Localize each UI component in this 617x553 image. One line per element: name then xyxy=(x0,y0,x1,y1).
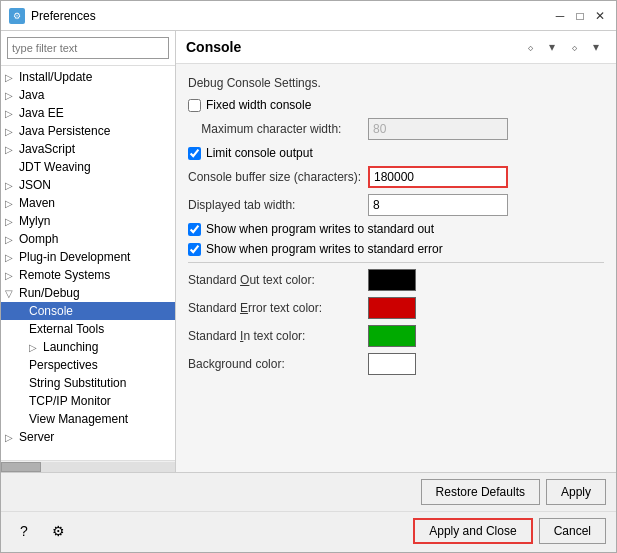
main-panel: Console ⬦ ▾ ⬦ ▾ Debug Console Settings. … xyxy=(176,31,616,472)
restore-defaults-button[interactable]: Restore Defaults xyxy=(421,479,540,505)
expand-arrow: ▽ xyxy=(5,288,19,299)
panel-header: Console ⬦ ▾ ⬦ ▾ xyxy=(176,31,616,64)
buffer-size-label: Console buffer size (characters): xyxy=(188,170,368,184)
std-in-color-row: Standard In text color: xyxy=(188,325,604,347)
sidebar-item-plugin-development[interactable]: ▷ Plug-in Development xyxy=(1,248,175,266)
std-err-color-row: Standard Error text color: xyxy=(188,297,604,319)
title-bar-left: ⚙ Preferences xyxy=(9,8,96,24)
limit-output-checkbox[interactable] xyxy=(188,147,201,160)
sidebar-item-java[interactable]: ▷ Java xyxy=(1,86,175,104)
sidebar-item-run-debug[interactable]: ▽ Run/Debug xyxy=(1,284,175,302)
sidebar-item-jdt-weaving[interactable]: ▷ JDT Weaving xyxy=(1,158,175,176)
section-title: Debug Console Settings. xyxy=(188,76,604,90)
bg-color-swatch[interactable] xyxy=(368,353,416,375)
separator xyxy=(188,262,604,263)
sidebar-item-java-ee[interactable]: ▷ Java EE xyxy=(1,104,175,122)
h-scroll-thumb[interactable] xyxy=(1,462,41,472)
nav-forward-button[interactable]: ⬦ xyxy=(564,37,584,57)
limit-output-row: Limit console output xyxy=(188,146,604,160)
tab-width-input[interactable] xyxy=(368,194,508,216)
sidebar-item-java-persistence[interactable]: ▷ Java Persistence xyxy=(1,122,175,140)
panel-title: Console xyxy=(186,39,241,55)
sidebar-item-remote-systems[interactable]: ▷ Remote Systems xyxy=(1,266,175,284)
apply-button[interactable]: Apply xyxy=(546,479,606,505)
std-in-color-swatch[interactable] xyxy=(368,325,416,347)
sidebar-item-console[interactable]: Console xyxy=(1,302,175,320)
expand-arrow: ▷ xyxy=(5,270,19,281)
nav-arrows: ⬦ ▾ ⬦ ▾ xyxy=(520,37,606,57)
std-in-label: Standard In text color: xyxy=(188,329,368,343)
settings-button[interactable]: ⚙ xyxy=(45,518,71,544)
window-title: Preferences xyxy=(31,9,96,23)
fixed-width-row: Fixed width console xyxy=(188,98,604,112)
expand-arrow: ▷ xyxy=(5,216,19,227)
minimize-button[interactable]: ─ xyxy=(552,8,568,24)
footer-top: Restore Defaults Apply xyxy=(1,473,616,511)
expand-arrow: ▷ xyxy=(5,144,19,155)
nav-dropdown-button[interactable]: ▾ xyxy=(542,37,562,57)
search-box xyxy=(1,31,175,66)
search-input[interactable] xyxy=(7,37,169,59)
sidebar-item-install-update[interactable]: ▷ Install/Update xyxy=(1,68,175,86)
max-char-row: Maximum character width: xyxy=(188,118,604,140)
expand-arrow: ▷ xyxy=(5,90,19,101)
show-stdout-label: Show when program writes to standard out xyxy=(206,222,434,236)
preferences-window: ⚙ Preferences ─ □ ✕ ▷ Install/Update ▷ J… xyxy=(0,0,617,553)
sidebar-item-view-management[interactable]: View Management xyxy=(1,410,175,428)
limit-output-label: Limit console output xyxy=(206,146,313,160)
sidebar-item-string-substitution[interactable]: String Substitution xyxy=(1,374,175,392)
sidebar-item-perspectives[interactable]: Perspectives xyxy=(1,356,175,374)
sidebar-item-external-tools[interactable]: External Tools xyxy=(1,320,175,338)
close-button[interactable]: ✕ xyxy=(592,8,608,24)
nav-forward-dropdown-button[interactable]: ▾ xyxy=(586,37,606,57)
fixed-width-label: Fixed width console xyxy=(206,98,311,112)
sidebar-item-maven[interactable]: ▷ Maven xyxy=(1,194,175,212)
h-scroll-track xyxy=(1,462,175,472)
sidebar-item-server[interactable]: ▷ Server xyxy=(1,428,175,446)
main-content: ▷ Install/Update ▷ Java ▷ Java EE ▷ Java… xyxy=(1,31,616,472)
std-out-color-swatch[interactable] xyxy=(368,269,416,291)
show-stdout-checkbox[interactable] xyxy=(188,223,201,236)
max-char-label: Maximum character width: xyxy=(188,122,368,136)
expand-arrow: ▷ xyxy=(5,126,19,137)
footer-bottom: ? ⚙ Apply and Close Cancel xyxy=(1,511,616,552)
bg-color-row: Background color: xyxy=(188,353,604,375)
footer: Restore Defaults Apply ? ⚙ Apply and Clo… xyxy=(1,472,616,552)
std-out-color-row: Standard Out text color: xyxy=(188,269,604,291)
buffer-size-row: Console buffer size (characters): xyxy=(188,166,604,188)
title-controls: ─ □ ✕ xyxy=(552,8,608,24)
std-err-label: Standard Error text color: xyxy=(188,301,368,315)
maximize-button[interactable]: □ xyxy=(572,8,588,24)
bg-label: Background color: xyxy=(188,357,368,371)
expand-arrow: ▷ xyxy=(5,108,19,119)
expand-arrow: ▷ xyxy=(5,198,19,209)
show-stdout-row: Show when program writes to standard out xyxy=(188,222,604,236)
help-button[interactable]: ? xyxy=(11,518,37,544)
nav-back-button[interactable]: ⬦ xyxy=(520,37,540,57)
tab-width-label: Displayed tab width: xyxy=(188,198,368,212)
std-err-color-swatch[interactable] xyxy=(368,297,416,319)
footer-right-buttons: Apply and Close Cancel xyxy=(413,518,606,544)
sidebar-item-launching[interactable]: ▷ Launching xyxy=(1,338,175,356)
footer-left-icons: ? ⚙ xyxy=(11,518,71,544)
expand-arrow: ▷ xyxy=(5,72,19,83)
sidebar-item-tcp-ip-monitor[interactable]: TCP/IP Monitor xyxy=(1,392,175,410)
cancel-button[interactable]: Cancel xyxy=(539,518,606,544)
sidebar-horizontal-scrollbar[interactable] xyxy=(1,460,175,472)
tab-width-row: Displayed tab width: xyxy=(188,194,604,216)
expand-arrow: ▷ xyxy=(5,252,19,263)
expand-arrow: ▷ xyxy=(5,180,19,191)
sidebar: ▷ Install/Update ▷ Java ▷ Java EE ▷ Java… xyxy=(1,31,176,472)
buffer-size-input[interactable] xyxy=(368,166,508,188)
sidebar-tree: ▷ Install/Update ▷ Java ▷ Java EE ▷ Java… xyxy=(1,66,175,460)
fixed-width-checkbox[interactable] xyxy=(188,99,201,112)
sidebar-item-json[interactable]: ▷ JSON xyxy=(1,176,175,194)
show-stderr-checkbox[interactable] xyxy=(188,243,201,256)
apply-and-close-button[interactable]: Apply and Close xyxy=(413,518,532,544)
sidebar-item-javascript[interactable]: ▷ JavaScript xyxy=(1,140,175,158)
std-out-label: Standard Out text color: xyxy=(188,273,368,287)
sidebar-item-oomph[interactable]: ▷ Oomph xyxy=(1,230,175,248)
panel-content: Debug Console Settings. Fixed width cons… xyxy=(176,64,616,472)
max-char-input[interactable] xyxy=(368,118,508,140)
sidebar-item-mylyn[interactable]: ▷ Mylyn xyxy=(1,212,175,230)
